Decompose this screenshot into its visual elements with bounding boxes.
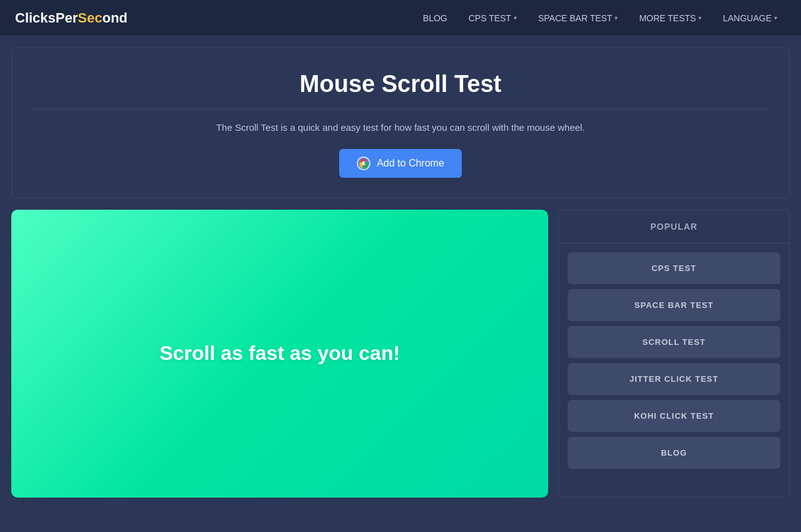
main-content: Scroll as fast as you can! POPULAR CPS T… [11, 210, 790, 516]
scroll-test-instruction: Scroll as fast as you can! [160, 342, 400, 365]
navbar: ClicksPerSecond BLOG CPS TEST ▾ SPACE BA… [0, 0, 801, 36]
hero-description: The Scroll Test is a quick and easy test… [31, 121, 770, 135]
chevron-down-icon: ▾ [698, 14, 702, 21]
chevron-down-icon: ▾ [514, 14, 517, 21]
nav-language[interactable]: LANGUAGE ▾ [714, 8, 786, 28]
nav-blog[interactable]: BLOG [414, 8, 456, 28]
nav-cps-test[interactable]: CPS TEST ▾ [460, 8, 526, 28]
page-title: Mouse Scroll Test [31, 71, 770, 98]
chevron-down-icon: ▾ [774, 14, 777, 21]
jitter-click-test-link[interactable]: JITTER CLICK TEST [568, 363, 780, 395]
cps-test-link[interactable]: CPS TEST [568, 252, 780, 284]
hero-divider [31, 109, 770, 110]
sidebar-links: CPS TEST SPACE BAR TEST SCROLL TEST JITT… [559, 243, 789, 478]
kohi-click-test-link[interactable]: KOHI CLICK TEST [568, 400, 780, 432]
add-to-chrome-button[interactable]: Add to Chrome [339, 149, 462, 178]
chevron-down-icon: ▾ [615, 14, 618, 21]
logo-text: ClicksPerSecond [15, 10, 128, 26]
space-bar-test-link[interactable]: SPACE BAR TEST [568, 289, 780, 321]
sidebar: POPULAR CPS TEST SPACE BAR TEST SCROLL T… [558, 210, 790, 498]
add-to-chrome-label: Add to Chrome [377, 158, 444, 169]
nav-links: BLOG CPS TEST ▾ SPACE BAR TEST ▾ MORE TE… [414, 8, 786, 28]
hero-section: Mouse Scroll Test The Scroll Test is a q… [11, 48, 790, 198]
chrome-icon [357, 156, 370, 170]
popular-header: POPULAR [559, 210, 789, 243]
nav-more-tests[interactable]: MORE TESTS ▾ [630, 8, 710, 28]
scroll-test-area[interactable]: Scroll as fast as you can! [11, 210, 548, 498]
nav-space-bar-test[interactable]: SPACE BAR TEST ▾ [529, 8, 627, 28]
scroll-test-link[interactable]: SCROLL TEST [568, 326, 780, 358]
blog-link[interactable]: BLOG [568, 437, 780, 469]
logo[interactable]: ClicksPerSecond [15, 10, 128, 26]
